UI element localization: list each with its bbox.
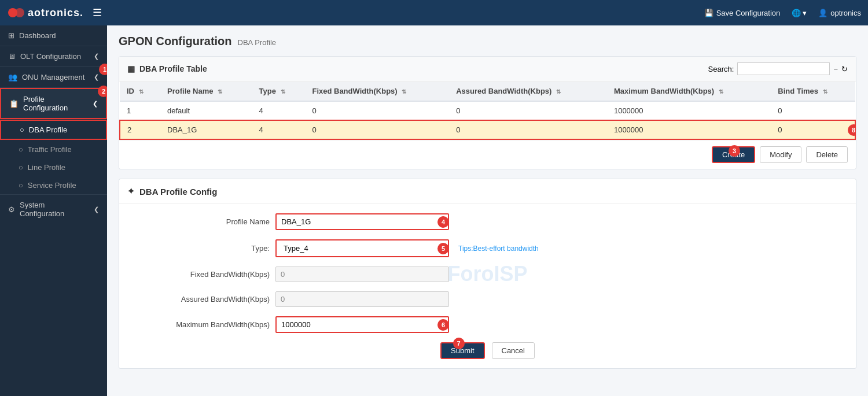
- olt-arrow: ❮: [94, 53, 99, 60]
- sidebar-item-traffic-profile[interactable]: ○ Traffic Profile: [0, 140, 107, 158]
- brand-name: aotronics.: [28, 7, 83, 19]
- form-row-type: Type: Type_1Type_2Type_3Type_4Type_5 Tip…: [154, 239, 821, 257]
- search-row: Search: − ↻: [708, 62, 848, 75]
- table-card-header: ▦ DBA Profile Table Search: − ↻: [119, 57, 856, 82]
- assured-bw-label: Assured BandWidth(Kbps): [154, 295, 270, 304]
- badge-5: 5: [437, 243, 449, 254]
- form-card: ForoISP ✦ DBA Profile Config Profile Nam…: [119, 179, 856, 369]
- profile-icon: 📋: [9, 99, 19, 108]
- system-icon: ⚙: [8, 205, 15, 214]
- col-max-bw: Maximum BandWidth(Kbps) ⇅: [607, 82, 771, 101]
- action-bar: 3 Create Modify Delete: [119, 140, 856, 169]
- badge-8: 8: [848, 124, 856, 136]
- user-menu[interactable]: 👤 optronics: [818, 9, 861, 17]
- form-row-profile-name: Profile Name 4: [154, 213, 821, 230]
- form-buttons: 7 Submit Cancel: [154, 342, 821, 359]
- system-arrow: ❮: [94, 206, 99, 213]
- navbar: aotronics. ☰ 💾 Save Configuration 🌐 ▾ 👤 …: [0, 0, 868, 25]
- globe-icon: 🌐: [792, 9, 801, 17]
- table-wrapper: ID ⇅ Profile Name ⇅ Type ⇅ Fixed BandWid…: [119, 82, 856, 140]
- table-card: ▦ DBA Profile Table Search: − ↻ ID ⇅ Pro…: [119, 56, 856, 169]
- col-assured-bw: Assured BandWidth(Kbps) ⇅: [449, 82, 607, 101]
- onu-icon: 👥: [8, 73, 17, 82]
- line-dot-icon: ○: [19, 163, 23, 172]
- badge-1: 1: [99, 64, 107, 75]
- breadcrumb: DBA Profile: [238, 38, 276, 47]
- fixed-bw-input[interactable]: [275, 267, 449, 282]
- type-tip: Tips:Best-effort bandwidth: [458, 245, 539, 253]
- badge-7: 7: [453, 338, 465, 349]
- badge-2: 2: [98, 86, 107, 97]
- delete-button[interactable]: Delete: [806, 146, 848, 163]
- sidebar-item-onu-mgmt[interactable]: 👥 ONU Management ❮ 1: [0, 67, 107, 87]
- traffic-dot-icon: ○: [19, 145, 23, 154]
- olt-icon: 🖥: [8, 52, 16, 61]
- badge-3: 3: [729, 145, 740, 157]
- sidebar-item-dashboard[interactable]: ⊞ Dashboard: [0, 25, 107, 46]
- menu-icon[interactable]: ☰: [93, 6, 102, 19]
- badge-4: 4: [437, 216, 449, 228]
- sidebar-item-olt-config[interactable]: 🖥 OLT Configuration ❮: [0, 46, 107, 66]
- save-icon: 💾: [704, 9, 713, 17]
- main-content: GPON Configuration DBA Profile ▦ DBA Pro…: [107, 25, 868, 396]
- profile-name-label: Profile Name: [154, 217, 270, 226]
- max-bw-label: Maximum BandWidth(Kbps): [154, 320, 270, 329]
- main-layout: ⊞ Dashboard 🖥 OLT Configuration ❮ 👥 ONU …: [0, 25, 868, 396]
- table-row[interactable]: 1default40010000000: [120, 101, 855, 120]
- cancel-button[interactable]: Cancel: [492, 342, 535, 359]
- col-id: ID ⇅: [120, 82, 160, 101]
- form-section-header: ✦ DBA Profile Config: [119, 179, 856, 204]
- form-body: Profile Name 4 Type: Type_1Type_2Type_3T…: [119, 204, 856, 368]
- col-fixed-bw: Fixed BandWidth(Kbps) ⇅: [305, 82, 449, 101]
- type-label: Type:: [154, 244, 270, 253]
- col-type: Type ⇅: [252, 82, 306, 101]
- assured-bw-input[interactable]: [275, 291, 449, 307]
- search-input[interactable]: [737, 62, 830, 75]
- sidebar-item-dba-profile[interactable]: ○ DBA Profile: [0, 120, 107, 140]
- col-profile-name: Profile Name ⇅: [160, 82, 252, 101]
- fixed-bw-label: Fixed BandWidth(Kbps): [154, 270, 270, 279]
- form-icon: ✦: [127, 186, 135, 197]
- page-title: GPON Configuration: [119, 35, 232, 48]
- dba-profile-table: ID ⇅ Profile Name ⇅ Type ⇅ Fixed BandWid…: [119, 82, 856, 140]
- sidebar-item-line-profile[interactable]: ○ Line Profile: [0, 158, 107, 176]
- modify-button[interactable]: Modify: [760, 146, 801, 163]
- language-selector[interactable]: 🌐 ▾: [792, 9, 807, 17]
- refresh-icon[interactable]: ↻: [841, 65, 848, 73]
- type-select[interactable]: Type_1Type_2Type_3Type_4Type_5: [275, 239, 449, 257]
- onu-arrow: ❮: [94, 73, 99, 81]
- navbar-right: 💾 Save Configuration 🌐 ▾ 👤 optronics: [704, 9, 861, 17]
- form-row-fixed-bw: Fixed BandWidth(Kbps): [154, 267, 821, 282]
- sidebar-item-system-config[interactable]: ⚙ System Configuration ❮: [0, 195, 107, 224]
- col-bind-times: Bind Times ⇅: [771, 82, 855, 101]
- table-body: 1default400100000002DBA_1G400100000008: [120, 101, 855, 139]
- profile-name-input[interactable]: [275, 213, 449, 230]
- table-icon: ▦: [127, 64, 135, 73]
- form-row-assured-bw: Assured BandWidth(Kbps): [154, 291, 821, 307]
- table-row[interactable]: 2DBA_1G400100000008: [120, 120, 855, 139]
- table-header-row: ID ⇅ Profile Name ⇅ Type ⇅ Fixed BandWid…: [120, 82, 855, 101]
- svg-point-1: [15, 8, 24, 17]
- form-row-max-bw: Maximum BandWidth(Kbps) 6: [154, 316, 821, 333]
- collapse-icon[interactable]: −: [833, 65, 838, 73]
- table-title: ▦ DBA Profile Table: [127, 64, 207, 73]
- search-label: Search:: [708, 65, 734, 73]
- user-icon: 👤: [818, 9, 827, 17]
- dba-dot-icon: ○: [20, 125, 24, 134]
- sidebar-item-service-profile[interactable]: ○ Service Profile: [0, 176, 107, 194]
- sidebar: ⊞ Dashboard 🖥 OLT Configuration ❮ 👥 ONU …: [0, 25, 107, 396]
- profile-arrow: ❮: [93, 100, 98, 108]
- brand: aotronics.: [7, 3, 83, 22]
- page-header: GPON Configuration DBA Profile: [119, 35, 856, 48]
- dashboard-icon: ⊞: [8, 31, 14, 40]
- sidebar-item-profile-config[interactable]: 📋 Profile Configuration ❮ 2: [0, 88, 107, 119]
- service-dot-icon: ○: [19, 181, 23, 190]
- logo-icon: [7, 3, 25, 22]
- save-config-button[interactable]: 💾 Save Configuration: [704, 9, 781, 17]
- badge-6: 6: [437, 319, 449, 331]
- max-bw-input[interactable]: [275, 316, 449, 333]
